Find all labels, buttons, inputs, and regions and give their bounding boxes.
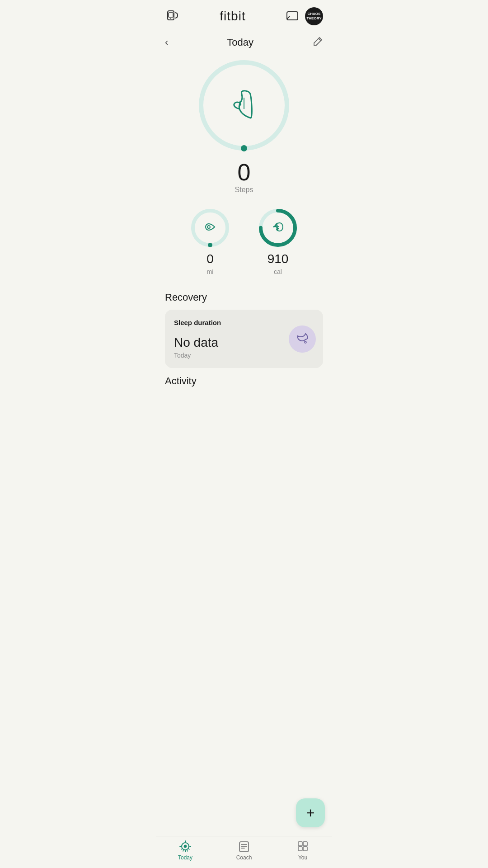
- avatar[interactable]: CHAOS THEORY: [305, 7, 323, 25]
- app-header: fitbit CHAOS THEORY: [156, 0, 332, 33]
- svg-rect-3: [287, 12, 298, 20]
- nav-coach[interactable]: Coach: [215, 840, 273, 861]
- svg-point-8: [208, 243, 212, 247]
- steps-ring-container[interactable]: [194, 56, 294, 155]
- header-right: CHAOS THEORY: [286, 7, 323, 25]
- coach-nav-icon: [238, 840, 250, 853]
- nav-today[interactable]: Today: [156, 840, 215, 861]
- distance-location-icon: [204, 221, 216, 235]
- header-left: [165, 9, 179, 24]
- distance-value: 0: [206, 252, 214, 266]
- svg-rect-1: [169, 13, 173, 17]
- you-nav-icon: [296, 840, 309, 853]
- activity-section: Activity: [165, 375, 323, 387]
- calories-flame-icon: [272, 221, 284, 235]
- svg-rect-29: [303, 842, 307, 846]
- calories-value: 910: [267, 252, 289, 266]
- distance-unit: mi: [207, 268, 214, 275]
- calories-unit: cal: [274, 268, 282, 275]
- svg-line-21: [187, 850, 188, 851]
- recovery-section-title: Recovery: [165, 292, 323, 303]
- back-button[interactable]: ‹: [165, 37, 168, 48]
- message-icon: [286, 10, 299, 23]
- today-nav-icon: [179, 840, 192, 853]
- svg-line-19: [183, 850, 183, 851]
- you-nav-label: You: [298, 854, 307, 861]
- steps-count: 0: [238, 160, 251, 184]
- main-content: 0 Steps 0 mi: [156, 56, 332, 439]
- sleep-card[interactable]: Sleep duration No data Today: [165, 310, 323, 368]
- add-fab-button[interactable]: +: [296, 798, 325, 827]
- device-icon: [165, 9, 179, 24]
- steps-section: 0 Steps: [165, 56, 323, 194]
- activity-section-title: Activity: [165, 375, 323, 387]
- fab-icon: +: [306, 805, 315, 821]
- svg-point-6: [241, 145, 247, 151]
- calories-ring: [258, 208, 298, 248]
- svg-rect-30: [298, 847, 302, 851]
- sleep-card-title: Sleep duration: [174, 319, 314, 326]
- calories-stat[interactable]: 910 cal: [258, 208, 298, 275]
- svg-point-9: [207, 226, 210, 228]
- device-button[interactable]: [165, 9, 179, 24]
- stats-row: 0 mi 910 cal: [165, 208, 323, 275]
- sleep-date: Today: [174, 352, 314, 359]
- edit-icon: [312, 36, 323, 47]
- svg-point-18: [184, 845, 187, 848]
- svg-line-23: [188, 849, 189, 849]
- date-label: Today: [227, 37, 253, 48]
- svg-line-22: [181, 849, 182, 849]
- distance-stat[interactable]: 0 mi: [190, 208, 230, 275]
- message-button[interactable]: [286, 10, 299, 23]
- steps-label: Steps: [235, 186, 253, 194]
- svg-rect-28: [298, 842, 302, 846]
- app-title: fitbit: [220, 9, 245, 24]
- today-nav-label: Today: [178, 854, 192, 861]
- bottom-nav: Today Coach You: [156, 836, 332, 868]
- svg-rect-24: [239, 842, 249, 852]
- svg-rect-31: [303, 847, 307, 851]
- coach-nav-label: Coach: [236, 854, 252, 861]
- sub-header: ‹ Today: [156, 33, 332, 56]
- distance-ring: [190, 208, 230, 248]
- svg-point-2: [170, 18, 171, 19]
- steps-shoe-icon: [226, 89, 262, 122]
- sleep-moon-button[interactable]: [289, 326, 316, 353]
- moon-icon: [296, 332, 309, 346]
- nav-you[interactable]: You: [273, 840, 332, 861]
- edit-button[interactable]: [312, 36, 323, 48]
